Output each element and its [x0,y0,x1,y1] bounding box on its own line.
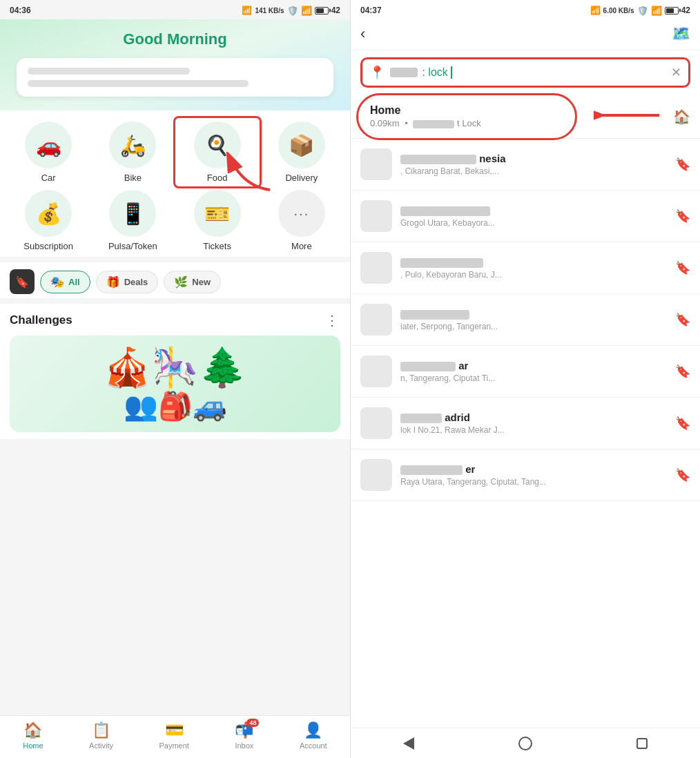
service-food[interactable]: 🍳 Food [179,122,256,183]
map-icon[interactable]: 🗺️ [672,25,690,43]
bookmark-1[interactable]: 🔖 [675,157,690,172]
more-label: More [291,241,312,251]
right-shield-icon: 🛡️ [637,6,648,16]
result-thumb-3 [360,252,392,284]
services-section: 🚗 Car 🛵 Bike 🍳 Food 📦 Delivery [0,110,350,257]
left-signal-icon: 📶 [242,6,252,15]
result-sub-7: Raya Utara, Tangerang, Ciputat, Tang... [400,477,667,487]
search-bar[interactable]: 📍 : lock ✕ [360,57,690,88]
result-info-2: Grogol Utara, Kebayora... [400,204,667,228]
greeting-text: Good Morning [14,25,336,58]
address-card[interactable] [17,58,333,97]
inbox-nav-label: Inbox [235,741,253,750]
right-phone: 04:37 📶 6.00 KB/s 🛡️ 📶 42 ‹ 🗺️ 📍 : lock … [350,0,700,758]
bike-icon: 🛵 [109,122,156,168]
car-icon: 🚗 [25,122,72,168]
left-wifi-icon: 📶 [301,6,312,16]
banner-illustration: 🎪🎠🌲 👥🎒🚙 [104,345,246,422]
back-button[interactable]: ‹ [360,25,365,43]
result-info-1: nesia , Cikarang Barat, Bekasi,... [400,153,667,176]
tab-deals[interactable]: 🎁 Deals [96,271,159,293]
bookmark-5[interactable]: 🔖 [675,364,690,379]
bookmark-7[interactable]: 🔖 [675,467,690,483]
promo-tabs: 🔖 🎭 All 🎁 Deals 🌿 New [10,269,340,294]
tab-all[interactable]: 🎭 All [40,271,90,293]
bookmark-btn[interactable]: 🔖 [10,269,35,294]
challenges-section: Challenges ⋮ 🎪🎠🌲 👥🎒🚙 [0,304,350,439]
bookmark-6[interactable]: 🔖 [675,416,690,431]
service-delivery[interactable]: 📦 Delivery [263,122,340,183]
result-name-3 [400,256,667,268]
result-thumb-5 [360,356,392,387]
more-icon: ··· [278,190,325,237]
tickets-icon: 🎫 [194,190,241,237]
new-tab-icon: 🌿 [174,275,188,289]
right-time: 04:37 [360,6,382,15]
right-signal-icon: 📶 [590,6,601,15]
result-thumb-2 [360,200,392,232]
result-item-4[interactable]: iater, Serpong, Tangeran... 🔖 [351,294,700,346]
service-subscription[interactable]: 💰 Subscription [10,190,87,251]
home-nav-label: Home [23,741,43,750]
bookmark-3[interactable]: 🔖 [675,260,690,275]
food-label: Food [207,173,228,183]
result-name-5: ar [400,360,667,371]
subscription-label: Subscription [23,241,73,251]
pulsa-icon: 📱 [109,190,156,237]
result-item-6[interactable]: adrid lok I No.21, Rawa Mekar J... 🔖 [351,398,700,449]
location-pin-icon: 📍 [369,65,385,80]
nav-inbox[interactable]: 📬 48 Inbox [235,721,253,750]
nav-activity[interactable]: 📋 Activity [89,721,113,750]
home-nav-icon: 🏠 [23,721,42,739]
result-item-3[interactable]: , Pulo, Kebayoran Baru, J... 🔖 [351,242,700,294]
result-item-5[interactable]: ar n, Tangerang, Ciputat Ti... 🔖 [351,346,700,398]
bottom-nav: 🏠 Home 📋 Activity 💳 Payment 📬 48 Inbox 👤… [0,715,350,758]
blurred-part-4 [400,310,469,320]
deals-tab-icon: 🎁 [106,275,120,289]
distance-value: 0.09km [370,118,400,128]
service-bike[interactable]: 🛵 Bike [94,122,171,183]
clear-search-button[interactable]: ✕ [671,65,681,80]
service-tickets[interactable]: 🎫 Tickets [179,190,256,251]
nav-home[interactable]: 🏠 Home [23,721,43,750]
all-tab-label: All [68,277,80,287]
result-sub-1: , Cikarang Barat, Bekasi,... [400,166,667,176]
address-line2 [28,80,249,87]
right-home-sys-btn[interactable] [518,737,532,750]
service-pulsa[interactable]: 📱 Pulsa/Token [94,190,171,251]
result-item-1[interactable]: nesia , Cikarang Barat, Bekasi,... 🔖 [351,139,700,191]
tickets-label: Tickets [203,241,231,251]
left-shield-icon: 🛡️ [287,6,298,16]
nav-payment[interactable]: 💳 Payment [159,721,188,750]
result-thumb-4 [360,304,392,336]
blurred-part-2 [400,206,490,216]
search-input[interactable]: : lock [390,66,665,79]
promo-section: 🔖 🎭 All 🎁 Deals 🌿 New [0,262,350,298]
home-result-distance: 0.09km • t Lock [370,118,481,128]
subscription-icon: 💰 [25,190,72,237]
result-sub-3: , Pulo, Kebayoran Baru, J... [400,270,667,280]
inbox-badge: 48 [246,719,259,727]
bookmark-2[interactable]: 🔖 [675,208,690,224]
left-phone: 04:36 📶 141 KB/s 🛡️ 📶 42 Good Morning 🚗 … [0,0,350,758]
result-item-7[interactable]: er Raya Utara, Tangerang, Ciputat, Tang.… [351,449,700,501]
result-sub-2: Grogol Utara, Kebayora... [400,218,667,228]
right-recents-sys-btn[interactable] [636,738,648,749]
deals-tab-label: Deals [124,277,148,287]
service-more[interactable]: ··· More [263,190,340,251]
result-name-2 [400,204,667,216]
challenges-more-btn[interactable]: ⋮ [325,312,340,329]
nav-account[interactable]: 👤 Account [300,721,327,750]
result-thumb-6 [360,407,392,439]
address-hint: t Lock [457,118,481,128]
service-car[interactable]: 🚗 Car [10,122,87,183]
right-back-sys-btn[interactable] [403,737,414,750]
tab-new[interactable]: 🌿 New [164,271,221,293]
search-container: 📍 : lock ✕ [351,50,700,95]
address-line1 [28,68,190,75]
bookmark-4[interactable]: 🔖 [675,312,690,327]
delivery-label: Delivery [285,173,318,183]
home-result-item[interactable]: Home 0.09km • t Lock 🏠 [351,95,700,139]
right-status-bar: 04:37 📶 6.00 KB/s 🛡️ 📶 42 [351,0,700,19]
result-item-2[interactable]: Grogol Utara, Kebayora... 🔖 [351,191,700,242]
